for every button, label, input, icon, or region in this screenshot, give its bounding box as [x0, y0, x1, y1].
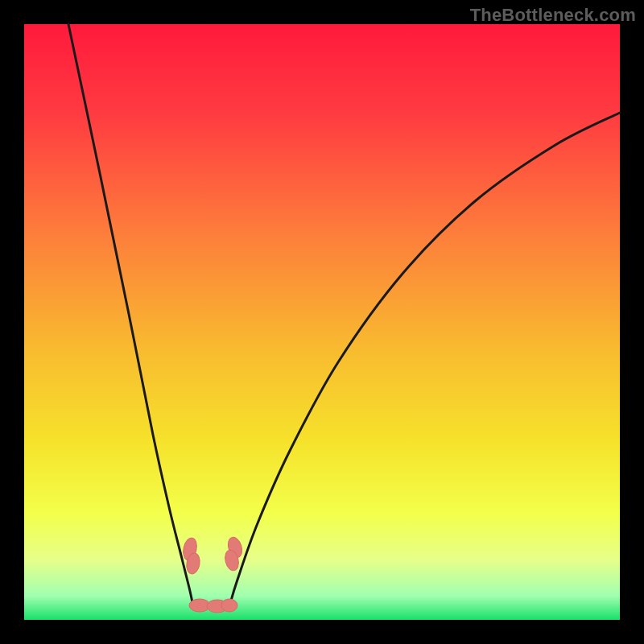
bottleneck-curve	[24, 24, 620, 620]
curve-left-branch	[68, 24, 193, 606]
watermark: TheBottleneck.com	[470, 5, 636, 26]
bead-marker	[221, 599, 237, 612]
curve-right-branch	[229, 113, 620, 606]
